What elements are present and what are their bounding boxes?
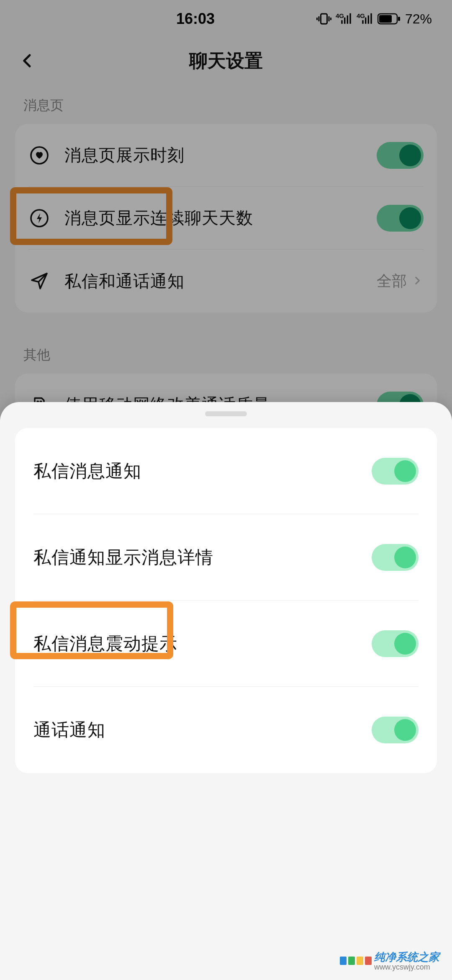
signal-1-icon: 4G (336, 13, 352, 25)
row-show-streak[interactable]: 消息页显示连续聊天天数 (28, 187, 424, 250)
svg-text:4G: 4G (357, 13, 365, 19)
svg-rect-0 (321, 14, 327, 24)
toggle-dm-vibrate[interactable] (372, 630, 419, 657)
sheet-row-call-notify[interactable]: 通话通知 (33, 687, 419, 773)
chevron-right-icon (412, 275, 424, 287)
sheet-drag-handle[interactable] (205, 411, 247, 416)
battery-percent: 72% (405, 11, 432, 27)
card-messages: 消息页展示时刻 消息页显示连续聊天天数 私信和通话通知 全部 (15, 124, 437, 312)
row-label: 私信和通话通知 (64, 270, 377, 293)
toggle-show-moments[interactable] (377, 142, 424, 169)
toggle-dm-notify[interactable] (372, 458, 419, 485)
row-label: 私信通知显示消息详情 (33, 546, 372, 569)
watermark-logo-icon (340, 957, 372, 965)
heart-circle-icon (28, 144, 50, 166)
bottom-sheet: 私信消息通知 私信通知显示消息详情 私信消息震动提示 通话通知 纯净系统之家 w… (0, 402, 452, 980)
row-label: 私信消息通知 (33, 459, 372, 483)
row-show-moments[interactable]: 消息页展示时刻 (28, 124, 424, 187)
page-header: 聊天设置 (0, 38, 452, 84)
svg-rect-4 (379, 15, 392, 23)
section-label-other: 其他 (0, 312, 452, 374)
sheet-card: 私信消息通知 私信通知显示消息详情 私信消息震动提示 通话通知 (15, 428, 437, 773)
paper-plane-icon (28, 270, 50, 292)
row-value: 全部 (377, 271, 407, 291)
bolt-circle-icon (28, 207, 50, 229)
battery-icon (378, 13, 401, 25)
status-right: 4G 4G 72% (316, 11, 432, 27)
toggle-dm-detail[interactable] (372, 544, 419, 571)
sheet-row-dm-vibrate[interactable]: 私信消息震动提示 (33, 601, 419, 687)
toggle-show-streak[interactable] (377, 205, 424, 232)
signal-2-icon: 4G (357, 13, 373, 25)
svg-text:4G: 4G (336, 13, 344, 19)
status-time: 16:03 (74, 10, 316, 28)
sheet-row-dm-notify[interactable]: 私信消息通知 (33, 428, 419, 514)
row-label: 私信消息震动提示 (33, 632, 372, 655)
status-bar: 16:03 4G 4G 72% (0, 0, 452, 38)
watermark: 纯净系统之家 www.ycswjy.com (340, 950, 439, 972)
page-title: 聊天设置 (15, 49, 437, 73)
row-label: 消息页显示连续聊天天数 (64, 206, 377, 230)
sheet-row-dm-detail[interactable]: 私信通知显示消息详情 (33, 514, 419, 601)
watermark-url: www.ycswjy.com (374, 963, 439, 972)
row-dm-call-notify[interactable]: 私信和通话通知 全部 (28, 250, 424, 312)
watermark-title: 纯净系统之家 (374, 951, 439, 963)
vibrate-icon (316, 11, 331, 26)
row-label: 消息页展示时刻 (64, 144, 377, 167)
section-label-messages: 消息页 (0, 84, 452, 124)
svg-rect-5 (398, 17, 400, 21)
row-label: 通话通知 (33, 718, 372, 742)
toggle-call-notify[interactable] (372, 717, 419, 743)
